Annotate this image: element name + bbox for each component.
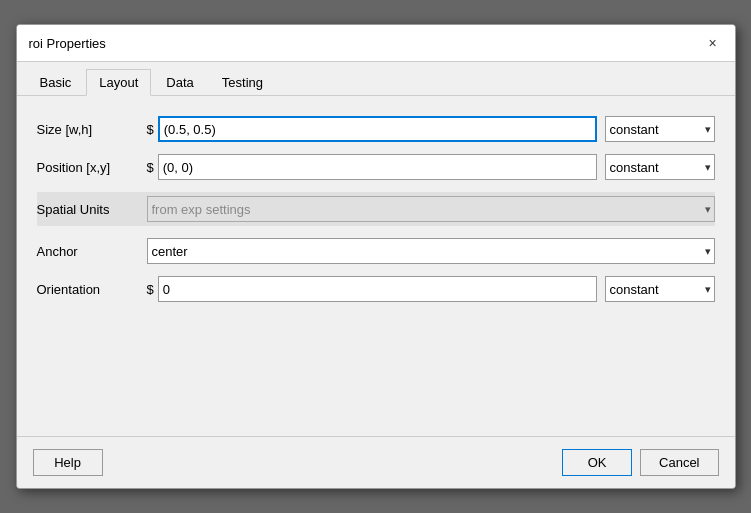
orientation-dollar: $ — [147, 282, 154, 297]
orientation-dropdown[interactable]: constant variable expression — [605, 276, 715, 302]
orientation-input[interactable] — [158, 276, 597, 302]
footer-right-buttons: OK Cancel — [562, 449, 718, 476]
position-dollar: $ — [147, 160, 154, 175]
tab-testing[interactable]: Testing — [209, 69, 276, 96]
position-label: Position [x,y] — [37, 160, 147, 175]
position-dropdown-wrapper: constant variable expression — [605, 154, 715, 180]
dialog-title: roi Properties — [29, 36, 106, 51]
size-dollar: $ — [147, 122, 154, 137]
orientation-row: Orientation $ constant variable expressi… — [37, 276, 715, 302]
orientation-dropdown-wrapper: constant variable expression — [605, 276, 715, 302]
size-dropdown-wrapper: constant variable expression — [605, 116, 715, 142]
size-input[interactable] — [158, 116, 597, 142]
size-row: Size [w,h] $ constant variable expressio… — [37, 116, 715, 142]
spatial-select-wrapper: from exp settings pixels degrees — [147, 196, 715, 222]
size-dropdown[interactable]: constant variable expression — [605, 116, 715, 142]
anchor-row: Anchor center top-left top-right bottom-… — [37, 238, 715, 264]
title-bar: roi Properties × — [17, 25, 735, 62]
spatial-label: Spatial Units — [37, 202, 147, 217]
tab-bar: Basic Layout Data Testing — [17, 62, 735, 96]
size-label: Size [w,h] — [37, 122, 147, 137]
tab-content: Size [w,h] $ constant variable expressio… — [17, 96, 735, 436]
anchor-dropdown[interactable]: center top-left top-right bottom-left bo… — [147, 238, 715, 264]
tab-data[interactable]: Data — [153, 69, 206, 96]
orientation-label: Orientation — [37, 282, 147, 297]
dialog: roi Properties × Basic Layout Data Testi… — [16, 24, 736, 489]
help-button[interactable]: Help — [33, 449, 103, 476]
position-input[interactable] — [158, 154, 597, 180]
close-button[interactable]: × — [703, 33, 723, 53]
spatial-dropdown[interactable]: from exp settings pixels degrees — [147, 196, 715, 222]
position-dropdown[interactable]: constant variable expression — [605, 154, 715, 180]
anchor-label: Anchor — [37, 244, 147, 259]
tab-layout[interactable]: Layout — [86, 69, 151, 96]
position-row: Position [x,y] $ constant variable expre… — [37, 154, 715, 180]
tab-basic[interactable]: Basic — [27, 69, 85, 96]
cancel-button[interactable]: Cancel — [640, 449, 718, 476]
anchor-wrapper: center top-left top-right bottom-left bo… — [147, 238, 715, 264]
footer: Help OK Cancel — [17, 436, 735, 488]
spatial-row: Spatial Units from exp settings pixels d… — [37, 192, 715, 226]
ok-button[interactable]: OK — [562, 449, 632, 476]
